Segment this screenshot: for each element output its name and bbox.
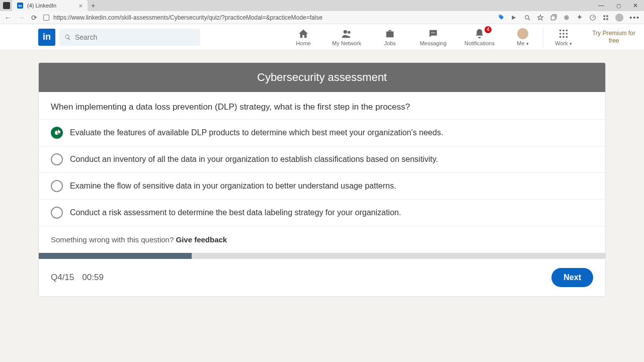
window-titlebar: in (4) LinkedIn × + [0, 0, 644, 11]
header-search[interactable] [59, 29, 200, 46]
nav-notifications-label: Notifications [464, 40, 495, 46]
window-minimize-icon[interactable] [593, 0, 610, 11]
search-icon [64, 34, 71, 41]
collections-icon[interactable] [550, 14, 557, 21]
nav-premium-link[interactable]: Try Premium for free [584, 24, 644, 50]
page-background: Cybersecurity assessment When implementi… [0, 50, 644, 362]
linkedin-header: in Home My Network Jobs Messaging 4 Noti… [0, 24, 644, 50]
answer-option-3[interactable]: Examine the flow of sensitive data in yo… [39, 172, 605, 199]
nav-network[interactable]: My Network [324, 24, 370, 50]
answer-option-2[interactable]: Conduct an inventory of all the data in … [39, 146, 605, 172]
nav-me-label: Me [517, 40, 528, 46]
svg-point-13 [434, 32, 435, 33]
reload-button[interactable]: ⟳ [30, 14, 38, 22]
favorites-icon[interactable] [537, 14, 544, 21]
nav-premium-label: Try Premium for free [588, 30, 640, 44]
timer: 00:59 [82, 273, 104, 283]
answer-option-4[interactable]: Conduct a risk assessment to determine t… [39, 199, 605, 226]
svg-point-17 [559, 33, 561, 35]
svg-rect-8 [606, 18, 608, 20]
window-close-icon[interactable] [627, 0, 644, 11]
nav-jobs-label: Jobs [384, 40, 395, 46]
read-aloud-icon[interactable] [511, 14, 518, 21]
tab-overview-icon[interactable] [3, 2, 10, 9]
nav-messaging[interactable]: Messaging [410, 24, 456, 50]
mouse-cursor-icon [56, 128, 63, 135]
assessment-title: Cybersecurity assessment [39, 63, 605, 92]
question-counter: Q4/15 [51, 273, 74, 283]
extensions-menu-icon[interactable] [576, 14, 583, 21]
svg-rect-2 [551, 16, 555, 20]
radio-unselected-icon [51, 180, 63, 192]
svg-point-14 [559, 29, 561, 31]
svg-point-12 [433, 32, 434, 33]
answer-option-1[interactable]: Evaluate the features of available DLP p… [39, 119, 605, 146]
back-button[interactable]: ← [4, 14, 12, 22]
performance-icon[interactable] [589, 14, 596, 21]
site-info-icon[interactable] [43, 15, 49, 21]
progress-fill [39, 253, 192, 259]
question-text: When implementing a data loss prevention… [39, 92, 605, 119]
network-icon [341, 28, 352, 39]
svg-point-19 [566, 33, 568, 35]
shopping-tag-icon[interactable] [498, 14, 505, 21]
svg-point-9 [344, 30, 347, 33]
svg-point-3 [565, 15, 569, 20]
assessment-card: Cybersecurity assessment When implementi… [38, 62, 606, 297]
option-4-text: Conduct a risk assessment to determine t… [70, 208, 401, 217]
svg-point-10 [348, 31, 351, 34]
forward-button[interactable]: → [17, 14, 25, 22]
option-2-text: Conduct an inventory of all the data in … [70, 155, 438, 164]
bell-icon [474, 28, 485, 39]
address-bar-url[interactable]: https://www.linkedin.com/skill-assessmen… [53, 14, 323, 21]
svg-point-21 [562, 36, 565, 38]
avatar-icon [517, 28, 528, 39]
svg-point-22 [566, 36, 568, 38]
feedback-section: Something wrong with this question? Give… [39, 226, 605, 253]
svg-point-15 [562, 29, 565, 31]
next-button[interactable]: Next [551, 268, 593, 287]
svg-point-20 [559, 36, 561, 38]
nav-home[interactable]: Home [283, 24, 324, 50]
svg-line-1 [529, 19, 530, 20]
grid-icon [558, 28, 569, 39]
svg-point-11 [431, 32, 432, 33]
give-feedback-link[interactable]: Give feedback [176, 235, 227, 244]
nav-network-label: My Network [332, 40, 361, 46]
browser-profile-icon[interactable] [615, 14, 623, 22]
assessment-footer: Q4/15 00:59 Next [39, 259, 605, 296]
svg-point-16 [566, 29, 568, 31]
messaging-icon [428, 28, 439, 39]
search-input[interactable] [75, 33, 195, 41]
option-1-text: Evaluate the features of available DLP p… [70, 128, 443, 137]
window-maximize-icon[interactable] [610, 0, 627, 11]
browser-toolbar: ← → ⟳ https://www.linkedin.com/skill-ass… [0, 11, 644, 24]
progress-bar [39, 253, 605, 259]
zoom-icon[interactable] [524, 14, 531, 21]
extension-icon[interactable] [563, 14, 570, 21]
radio-unselected-icon [51, 153, 63, 165]
nav-work-label: Work [555, 40, 572, 46]
home-icon [298, 28, 309, 39]
svg-rect-7 [604, 18, 606, 20]
browser-tab[interactable]: in (4) LinkedIn × [12, 0, 88, 11]
new-tab-button[interactable]: + [88, 2, 99, 10]
nav-work[interactable]: Work [543, 24, 584, 50]
nav-me[interactable]: Me [503, 24, 543, 50]
radio-unselected-icon [51, 207, 63, 219]
notifications-badge: 4 [485, 26, 492, 33]
nav-messaging-label: Messaging [420, 40, 446, 46]
linkedin-logo-icon[interactable]: in [38, 29, 55, 46]
jobs-icon [384, 28, 395, 39]
tab-close-icon[interactable]: × [78, 2, 83, 10]
browser-menu-icon[interactable]: ••• [629, 14, 640, 22]
svg-rect-5 [604, 15, 606, 17]
linkedin-favicon-icon: in [17, 3, 23, 9]
nav-home-label: Home [296, 40, 310, 46]
nav-jobs[interactable]: Jobs [370, 24, 410, 50]
svg-point-0 [525, 15, 529, 19]
feedback-prompt: Something wrong with this question? [51, 235, 176, 244]
option-3-text: Examine the flow of sensitive data in yo… [70, 182, 396, 191]
app-launcher-icon[interactable] [602, 14, 609, 21]
nav-notifications[interactable]: 4 Notifications [456, 24, 503, 50]
